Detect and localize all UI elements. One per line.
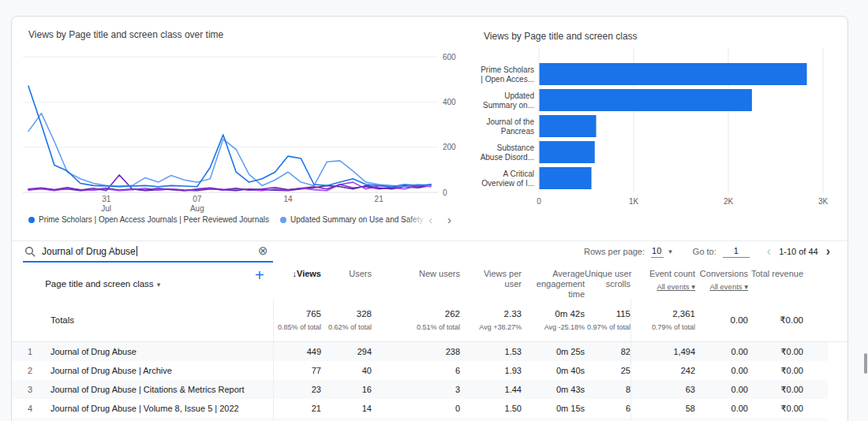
row-number: 4 <box>23 404 47 413</box>
metric-cell: ₹0.00 <box>748 404 803 414</box>
table-pager: Rows per page: 10 ▾ Go to: 1 ‹ 1-10 of 4… <box>584 244 830 259</box>
column-header[interactable]: Total revenue <box>748 264 803 300</box>
svg-text:31: 31 <box>102 195 111 203</box>
metric-cell: 1.50 <box>460 404 522 413</box>
line-chart: 020040060031Jul07Aug1421 <box>23 47 465 218</box>
totals-percent: Avg +38.27% <box>460 323 522 331</box>
metric-cell: 21 <box>273 399 321 418</box>
metric-cell: 0m 40s <box>522 366 585 375</box>
metric-cell: 0.00 <box>695 347 748 356</box>
pagination-range: 1-10 of 44 <box>779 247 818 256</box>
prev-page-icon[interactable]: ‹ <box>767 244 771 259</box>
window-scrollbar-thumb[interactable] <box>864 353 867 374</box>
legend-fade <box>406 215 427 224</box>
metric-cell: ₹0.00 <box>748 366 803 376</box>
column-header[interactable]: Event countAll events ▾ <box>630 264 695 300</box>
metric-cell: 40 <box>321 366 372 375</box>
metric-cell: 238 <box>372 347 460 356</box>
add-column-button[interactable]: + <box>255 267 264 283</box>
column-header[interactable]: Average engagement time <box>522 264 585 300</box>
svg-text:Overview of I...: Overview of I... <box>481 179 534 188</box>
svg-text:Summary on...: Summary on... <box>483 101 534 110</box>
table-row[interactable]: 4Journal of Drug Abuse | Volume 8, Issue… <box>12 399 828 418</box>
line-chart-title: Views by Page title and screen class ove… <box>28 29 223 40</box>
metric-cell: 6 <box>585 404 630 413</box>
clear-search-icon[interactable]: ⊗ <box>258 244 268 258</box>
legend-scroll-right-icon[interactable]: › <box>447 214 451 226</box>
svg-text:0: 0 <box>537 197 541 206</box>
svg-text:3K: 3K <box>818 197 829 206</box>
legend-item-updated-summary[interactable]: Updated Summary on Use and Safety of Fle… <box>280 215 427 224</box>
totals-value: 0m 42s <box>522 309 585 319</box>
goto-label: Go to: <box>693 247 716 256</box>
row-number: 3 <box>23 385 47 394</box>
table-row[interactable]: 3Journal of Drug Abuse | Citations & Met… <box>12 380 828 399</box>
rows-per-page-caret-icon[interactable]: ▾ <box>668 248 672 255</box>
totals-cell: 2,3610.79% of total <box>630 299 695 341</box>
metric-cell: 3 <box>372 385 460 394</box>
metric-cell: 82 <box>585 347 630 356</box>
table-header-row: Page title and screen class▾ ↓ViewsUsers… <box>12 264 828 299</box>
svg-text:Jul: Jul <box>101 204 111 213</box>
svg-text:Pancreas: Pancreas <box>501 127 534 136</box>
svg-text:200: 200 <box>443 143 456 151</box>
svg-text:Prime Scholars: Prime Scholars <box>481 65 534 74</box>
table-row[interactable]: 1Journal of Drug Abuse4492942381.530m 25… <box>12 342 828 361</box>
svg-text:21: 21 <box>375 195 384 203</box>
metric-cell: 294 <box>321 347 372 356</box>
dimension-dropdown-icon: ▾ <box>157 281 161 289</box>
metric-cell: 63 <box>630 380 695 399</box>
column-header[interactable]: Users <box>321 264 372 300</box>
search-icon <box>24 246 36 258</box>
metric-cell: 1.44 <box>460 385 522 394</box>
events-filter[interactable]: All events ▾ <box>630 281 695 292</box>
totals-percent: 0.51% of total <box>372 323 460 331</box>
legend-label: Prime Scholars | Open Access Journals | … <box>39 215 269 224</box>
search-underline <box>23 261 273 263</box>
next-page-icon[interactable]: › <box>826 244 830 259</box>
svg-text:600: 600 <box>443 53 456 61</box>
metric-cell: 14 <box>321 404 372 413</box>
metric-cell: 1,494 <box>630 342 695 361</box>
metric-cell: 1.53 <box>460 347 522 356</box>
legend-dot-icon <box>280 217 286 223</box>
line-chart-legend: Prime Scholars | Open Access Journals | … <box>28 215 427 224</box>
svg-text:2K: 2K <box>724 197 734 206</box>
legend-item-prime-scholars[interactable]: Prime Scholars | Open Access Journals | … <box>28 215 269 224</box>
totals-percent: 0.97% of total <box>585 323 630 331</box>
totals-value: 0.00 <box>695 315 748 325</box>
column-header[interactable]: ConversionsAll events ▾ <box>695 264 748 300</box>
goto-page-input[interactable]: 1 <box>723 246 750 258</box>
column-header[interactable]: New users <box>372 264 460 300</box>
metric-cell: 242 <box>630 361 695 380</box>
totals-cell: 0.00 <box>695 299 748 341</box>
totals-percent: 0.85% of total <box>274 323 321 331</box>
column-header[interactable]: Views per user <box>460 264 522 300</box>
svg-text:14: 14 <box>283 195 293 203</box>
rows-per-page-select[interactable]: 10 <box>651 246 664 258</box>
legend-dot-icon <box>28 217 35 223</box>
metric-cell: 23 <box>273 380 321 399</box>
column-header[interactable]: Unique user scrolls <box>585 264 630 300</box>
events-filter[interactable]: All events ▾ <box>695 281 748 292</box>
svg-text:| Open Acces...: | Open Acces... <box>481 75 534 84</box>
search-input[interactable]: Journal of Drug Abuse <box>42 246 137 257</box>
metric-cell: 0m 25s <box>522 347 585 356</box>
dimension-header[interactable]: Page title and screen class▾ <box>23 264 273 300</box>
metric-cell: 0.00 <box>695 385 748 394</box>
totals-value: ₹0.00 <box>748 315 803 326</box>
totals-cell: 7650.85% of total <box>273 299 321 341</box>
column-header[interactable]: ↓Views <box>273 264 321 300</box>
totals-value: 262 <box>372 309 460 319</box>
table-row[interactable]: 2Journal of Drug Abuse | Archive774061.9… <box>12 361 828 380</box>
page-title-cell: Journal of Drug Abuse | Volume 8, Issue … <box>47 404 273 413</box>
totals-cell: 0m 42sAvg -25.18% <box>522 299 585 341</box>
bar-chart: 01K2K3KPrime Scholars| Open Acces...Upda… <box>474 43 849 214</box>
table-row[interactable]: 5Journal of Drug Abuse | Author Guidelin… <box>12 418 828 421</box>
totals-value: 765 <box>274 309 321 319</box>
metric-cell: 0m 43s <box>522 385 585 394</box>
metric-cell: 58 <box>630 399 695 418</box>
legend-scroll-left-icon[interactable]: ‹ <box>428 214 432 226</box>
metric-cell: 449 <box>273 342 321 361</box>
totals-percent: 0.79% of total <box>631 323 695 331</box>
